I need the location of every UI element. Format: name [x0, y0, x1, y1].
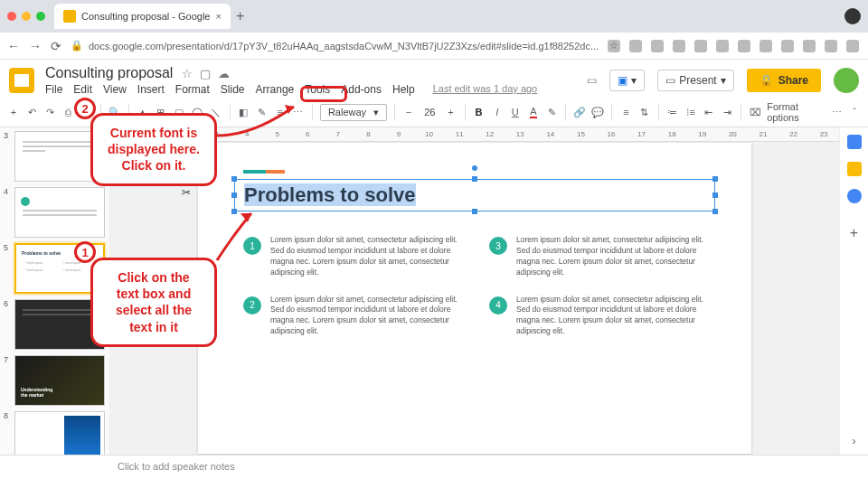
problem-badge-3: 3: [489, 237, 507, 255]
menu-arrange[interactable]: Arrange: [256, 83, 295, 96]
reload-button[interactable]: ⟳: [51, 39, 61, 53]
move-icon[interactable]: ▢: [200, 67, 211, 80]
tasks-icon[interactable]: [847, 189, 862, 203]
cut-indicator-icon: ✂: [182, 186, 191, 199]
font-name-label: Raleway: [328, 107, 366, 117]
callout-1: Click on the text box and select all the…: [90, 258, 217, 347]
line-spacing-button[interactable]: ⇅: [637, 105, 650, 119]
menu-tools[interactable]: Tools: [305, 83, 330, 96]
format-options-button[interactable]: Format options: [767, 101, 825, 123]
text-color-button[interactable]: A: [527, 105, 540, 119]
collapse-toolbar-icon[interactable]: ˆ: [848, 105, 861, 119]
share-button[interactable]: 🔒 Share: [747, 69, 821, 92]
slide-title-text[interactable]: Problems to solve: [244, 183, 416, 206]
close-tab-icon[interactable]: ×: [215, 11, 221, 22]
window-controls[interactable]: [7, 12, 45, 21]
new-tab-button[interactable]: +: [236, 8, 244, 24]
problem-text-4[interactable]: Lorem ipsum dolor sit amet, consectetur …: [516, 295, 706, 338]
menu-slide[interactable]: Slide: [221, 83, 245, 96]
title-text-box[interactable]: Problems to solve: [234, 179, 715, 211]
link-button[interactable]: 🔗: [573, 105, 586, 119]
print-button[interactable]: ⎙: [61, 105, 74, 119]
comment-button[interactable]: 💬: [591, 105, 604, 119]
back-button[interactable]: ←: [7, 39, 20, 53]
undo-button[interactable]: ↶: [25, 105, 38, 119]
callout-1-badge: 1: [74, 241, 96, 263]
cloud-icon[interactable]: ☁: [218, 67, 230, 80]
extension-icons[interactable]: ☆⋮: [608, 40, 868, 52]
underline-button[interactable]: U: [509, 105, 522, 119]
new-slide-button[interactable]: +: [7, 105, 20, 119]
tab-title: Consulting proposal - Google: [81, 11, 210, 22]
last-edit-link[interactable]: Last edit was 1 day ago: [433, 83, 538, 96]
align-button[interactable]: ≡: [619, 105, 632, 119]
thumbnail-7[interactable]: Understandingthe market: [14, 355, 105, 406]
menu-file[interactable]: File: [45, 83, 62, 96]
bold-button[interactable]: B: [472, 105, 485, 119]
meet-button[interactable]: ▣▾: [609, 70, 645, 91]
problem-text-3[interactable]: Lorem ipsum dolor sit amet, consectetur …: [516, 235, 706, 278]
slide-content[interactable]: ✂ Problems to solve 1Lorem ipsum dolor s…: [198, 143, 751, 454]
callout-2: Current font is displayed here. Click on…: [90, 113, 217, 186]
callout-1-arrow: [215, 208, 260, 262]
add-addon-icon[interactable]: +: [850, 225, 858, 241]
more-toolbar-icon[interactable]: ⋯: [830, 105, 843, 119]
side-panel: + ›: [839, 127, 868, 455]
keep-icon[interactable]: [847, 162, 862, 176]
slide-canvas[interactable]: 1234567891011121314151617181920212223 ✂ …: [110, 127, 839, 455]
italic-button[interactable]: I: [491, 105, 504, 119]
collapse-side-icon[interactable]: ›: [853, 435, 856, 447]
highlight-button[interactable]: ✎: [545, 105, 558, 119]
profile-dot[interactable]: [844, 8, 861, 24]
accent-bar: [243, 170, 285, 174]
menu-addons[interactable]: Add-ons: [341, 83, 382, 96]
menu-help[interactable]: Help: [392, 83, 415, 96]
decrease-font-button[interactable]: −: [402, 105, 415, 119]
slides-logo[interactable]: [9, 68, 34, 93]
speaker-notes[interactable]: Click to add speaker notes: [0, 455, 868, 479]
slides-favicon: [63, 10, 76, 23]
problem-text-2[interactable]: Lorem ipsum dolor sit amet, consectetur …: [270, 295, 460, 338]
account-avatar[interactable]: [834, 68, 859, 93]
document-title[interactable]: Consulting proposal: [45, 65, 173, 81]
font-size-input[interactable]: 26: [420, 107, 439, 117]
callout-2-arrow: [217, 99, 303, 145]
clear-format-button[interactable]: ⌧: [749, 105, 761, 119]
thumbnail-4[interactable]: [14, 187, 105, 238]
indent-increase-button[interactable]: ⇥: [721, 105, 733, 119]
thumbnail-8[interactable]: [14, 411, 105, 455]
lock-icon: 🔒: [71, 40, 83, 52]
menu-view[interactable]: View: [103, 83, 127, 96]
forward-button[interactable]: →: [29, 39, 42, 53]
problem-badge-4: 4: [489, 296, 507, 315]
redo-button[interactable]: ↷: [43, 105, 56, 119]
url-text: docs.google.com/presentation/d/17pY3V_t8…: [89, 41, 599, 52]
comments-icon[interactable]: ▭: [587, 74, 597, 87]
menu-bar: File Edit View Insert Format Slide Arran…: [45, 83, 576, 96]
list-numbered-button[interactable]: ≔: [666, 105, 679, 119]
problem-badge-2: 2: [243, 296, 261, 315]
increase-font-button[interactable]: +: [444, 105, 457, 119]
address-bar[interactable]: 🔒 docs.google.com/presentation/d/17pY3V_…: [71, 40, 599, 52]
problem-text-1[interactable]: Lorem ipsum dolor sit amet, consectetur …: [270, 235, 460, 278]
star-icon[interactable]: ☆: [182, 67, 193, 80]
chevron-down-icon: ▾: [373, 107, 379, 118]
list-bulleted-button[interactable]: ⁝≡: [684, 105, 697, 119]
menu-edit[interactable]: Edit: [73, 83, 92, 96]
indent-decrease-button[interactable]: ⇤: [703, 105, 715, 119]
menu-insert[interactable]: Insert: [137, 83, 165, 96]
font-family-dropdown[interactable]: Raleway ▾: [320, 104, 387, 121]
calendar-icon[interactable]: [847, 135, 862, 149]
menu-format[interactable]: Format: [175, 83, 210, 96]
browser-tab[interactable]: Consulting proposal - Google ×: [54, 4, 231, 29]
callout-2-badge: 2: [74, 98, 96, 119]
present-button[interactable]: ▭ Present ▾: [657, 70, 733, 91]
